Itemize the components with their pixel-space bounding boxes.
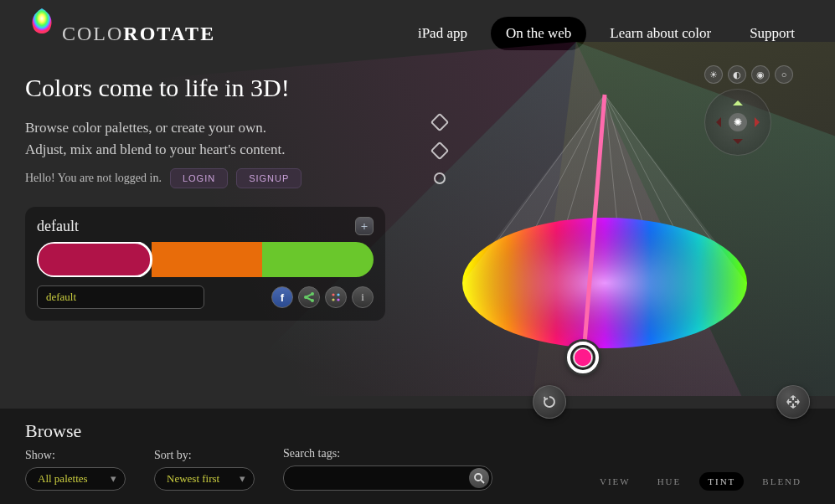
login-button[interactable]: LOGIN [170,168,228,188]
color-cone[interactable] [450,86,760,388]
sort-label: Sort by: [154,449,255,462]
palette-swatches [37,242,374,277]
refresh-icon [542,394,557,409]
info-button[interactable]: i [352,286,374,308]
browse-heading: Browse [25,420,810,442]
svg-point-10 [475,474,482,481]
mode-tabs: VIEW HUE TINT BLEND [591,472,810,491]
diamond-tool-2[interactable] [430,141,450,161]
svg-point-2 [311,299,314,302]
circle-tool[interactable] [434,172,446,184]
intro-line-1: Browse color palettes, or create your ow… [25,120,266,136]
svg-point-6 [337,298,339,301]
logo-text-1: COLO [62,23,123,44]
signup-button[interactable]: SIGNUP [236,168,302,188]
svg-point-1 [311,292,314,296]
svg-point-5 [332,298,334,301]
grid-icon [331,292,341,302]
swatch-1[interactable] [37,242,152,277]
sort-dropdown[interactable]: Newest first [154,467,255,491]
palette-panel: default + f i [25,207,385,321]
palette-title: default [37,218,79,235]
intro-line-2: Adjust, mix and blend to your heart's co… [25,141,285,157]
swatch-2[interactable] [152,242,263,277]
share-icon [303,291,315,303]
add-swatch-button[interactable]: + [355,217,374,235]
mode-blend[interactable]: BLEND [754,472,810,491]
palette-name-input[interactable] [37,285,204,309]
share-button[interactable] [298,286,320,308]
brightness-tool-icon[interactable]: ☀ [704,65,723,84]
svg-point-3 [332,293,334,296]
search-input[interactable] [283,465,492,491]
reset-tool-icon[interactable]: ○ [775,65,793,84]
search-label: Search tags: [283,447,492,460]
mode-view[interactable]: VIEW [591,472,639,491]
diamond-tool-1[interactable] [430,113,450,132]
login-status: Hello! You are not logged in. [25,172,162,185]
logo-text-2: ROTATE [123,23,215,44]
facebook-share-button[interactable]: f [271,286,293,308]
refresh-button[interactable] [533,385,566,419]
browse-bar: Browse Show: All palettes Sort by: Newes… [0,409,835,504]
swatch-3[interactable] [262,242,374,277]
show-dropdown[interactable]: All palettes [25,467,126,491]
grid-button[interactable] [325,286,347,308]
search-icon [474,473,485,484]
globe-tool-icon[interactable]: ◉ [751,65,770,84]
color-cone-area: ☀ ◐ ◉ ○ ✺ [374,65,810,417]
svg-point-0 [304,296,307,299]
search-button[interactable] [469,468,489,488]
color-picker-handle[interactable] [567,342,599,373]
show-label: Show: [25,449,126,462]
mode-tint[interactable]: TINT [699,472,744,491]
logo-icon [25,5,59,39]
mode-hue[interactable]: HUE [649,472,690,491]
expand-button[interactable] [776,385,810,419]
expand-icon [786,394,801,409]
contrast-tool-icon[interactable]: ◐ [728,65,746,84]
svg-point-4 [337,293,339,296]
svg-line-11 [481,480,484,483]
